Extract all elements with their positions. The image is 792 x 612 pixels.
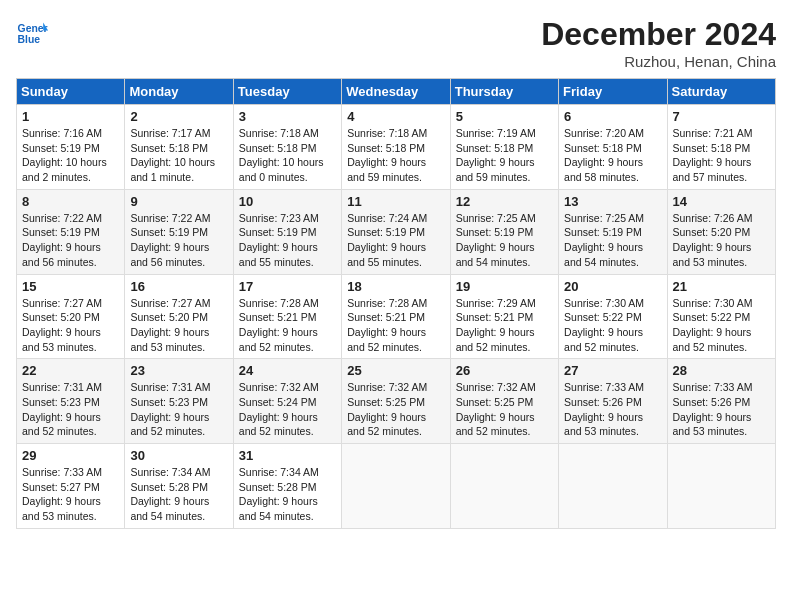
calendar-cell: 30 Sunrise: 7:34 AMSunset: 5:28 PMDaylig… <box>125 444 233 529</box>
day-number: 20 <box>564 279 661 294</box>
col-header-friday: Friday <box>559 79 667 105</box>
day-number: 4 <box>347 109 444 124</box>
logo-icon: General Blue <box>16 16 48 48</box>
month-title: December 2024 <box>541 16 776 53</box>
day-info: Sunrise: 7:31 AMSunset: 5:23 PMDaylight:… <box>22 380 119 439</box>
calendar-week-1: 1 Sunrise: 7:16 AMSunset: 5:19 PMDayligh… <box>17 105 776 190</box>
day-info: Sunrise: 7:33 AMSunset: 5:26 PMDaylight:… <box>673 380 770 439</box>
calendar-cell: 23 Sunrise: 7:31 AMSunset: 5:23 PMDaylig… <box>125 359 233 444</box>
calendar-cell: 12 Sunrise: 7:25 AMSunset: 5:19 PMDaylig… <box>450 189 558 274</box>
day-info: Sunrise: 7:30 AMSunset: 5:22 PMDaylight:… <box>564 296 661 355</box>
calendar-cell: 13 Sunrise: 7:25 AMSunset: 5:19 PMDaylig… <box>559 189 667 274</box>
day-info: Sunrise: 7:22 AMSunset: 5:19 PMDaylight:… <box>22 211 119 270</box>
day-number: 3 <box>239 109 336 124</box>
calendar-cell: 16 Sunrise: 7:27 AMSunset: 5:20 PMDaylig… <box>125 274 233 359</box>
title-block: December 2024 Ruzhou, Henan, China <box>541 16 776 70</box>
calendar-week-2: 8 Sunrise: 7:22 AMSunset: 5:19 PMDayligh… <box>17 189 776 274</box>
col-header-tuesday: Tuesday <box>233 79 341 105</box>
calendar-cell: 14 Sunrise: 7:26 AMSunset: 5:20 PMDaylig… <box>667 189 775 274</box>
calendar-cell: 8 Sunrise: 7:22 AMSunset: 5:19 PMDayligh… <box>17 189 125 274</box>
day-number: 10 <box>239 194 336 209</box>
day-info: Sunrise: 7:17 AMSunset: 5:18 PMDaylight:… <box>130 126 227 185</box>
day-info: Sunrise: 7:33 AMSunset: 5:27 PMDaylight:… <box>22 465 119 524</box>
day-number: 14 <box>673 194 770 209</box>
calendar-cell <box>559 444 667 529</box>
day-number: 12 <box>456 194 553 209</box>
day-info: Sunrise: 7:32 AMSunset: 5:24 PMDaylight:… <box>239 380 336 439</box>
day-number: 5 <box>456 109 553 124</box>
day-info: Sunrise: 7:27 AMSunset: 5:20 PMDaylight:… <box>130 296 227 355</box>
calendar-cell <box>450 444 558 529</box>
day-info: Sunrise: 7:18 AMSunset: 5:18 PMDaylight:… <box>239 126 336 185</box>
calendar-cell: 15 Sunrise: 7:27 AMSunset: 5:20 PMDaylig… <box>17 274 125 359</box>
day-number: 21 <box>673 279 770 294</box>
day-info: Sunrise: 7:16 AMSunset: 5:19 PMDaylight:… <box>22 126 119 185</box>
day-info: Sunrise: 7:19 AMSunset: 5:18 PMDaylight:… <box>456 126 553 185</box>
svg-text:Blue: Blue <box>18 34 41 45</box>
calendar-cell: 10 Sunrise: 7:23 AMSunset: 5:19 PMDaylig… <box>233 189 341 274</box>
calendar-header-row: SundayMondayTuesdayWednesdayThursdayFrid… <box>17 79 776 105</box>
day-number: 30 <box>130 448 227 463</box>
logo: General Blue <box>16 16 48 48</box>
calendar-cell: 25 Sunrise: 7:32 AMSunset: 5:25 PMDaylig… <box>342 359 450 444</box>
calendar-cell <box>342 444 450 529</box>
day-info: Sunrise: 7:28 AMSunset: 5:21 PMDaylight:… <box>347 296 444 355</box>
day-number: 9 <box>130 194 227 209</box>
day-number: 31 <box>239 448 336 463</box>
day-info: Sunrise: 7:34 AMSunset: 5:28 PMDaylight:… <box>130 465 227 524</box>
day-info: Sunrise: 7:22 AMSunset: 5:19 PMDaylight:… <box>130 211 227 270</box>
col-header-monday: Monday <box>125 79 233 105</box>
calendar-cell: 6 Sunrise: 7:20 AMSunset: 5:18 PMDayligh… <box>559 105 667 190</box>
day-info: Sunrise: 7:34 AMSunset: 5:28 PMDaylight:… <box>239 465 336 524</box>
day-number: 24 <box>239 363 336 378</box>
calendar-cell: 4 Sunrise: 7:18 AMSunset: 5:18 PMDayligh… <box>342 105 450 190</box>
day-number: 29 <box>22 448 119 463</box>
day-info: Sunrise: 7:29 AMSunset: 5:21 PMDaylight:… <box>456 296 553 355</box>
col-header-thursday: Thursday <box>450 79 558 105</box>
day-info: Sunrise: 7:32 AMSunset: 5:25 PMDaylight:… <box>347 380 444 439</box>
location: Ruzhou, Henan, China <box>541 53 776 70</box>
calendar-cell: 18 Sunrise: 7:28 AMSunset: 5:21 PMDaylig… <box>342 274 450 359</box>
day-info: Sunrise: 7:21 AMSunset: 5:18 PMDaylight:… <box>673 126 770 185</box>
calendar-cell: 24 Sunrise: 7:32 AMSunset: 5:24 PMDaylig… <box>233 359 341 444</box>
calendar-cell: 5 Sunrise: 7:19 AMSunset: 5:18 PMDayligh… <box>450 105 558 190</box>
day-number: 26 <box>456 363 553 378</box>
calendar-cell <box>667 444 775 529</box>
day-number: 6 <box>564 109 661 124</box>
calendar-cell: 29 Sunrise: 7:33 AMSunset: 5:27 PMDaylig… <box>17 444 125 529</box>
page-header: General Blue December 2024 Ruzhou, Henan… <box>16 16 776 70</box>
day-number: 1 <box>22 109 119 124</box>
day-number: 8 <box>22 194 119 209</box>
calendar-cell: 26 Sunrise: 7:32 AMSunset: 5:25 PMDaylig… <box>450 359 558 444</box>
calendar-cell: 22 Sunrise: 7:31 AMSunset: 5:23 PMDaylig… <box>17 359 125 444</box>
col-header-wednesday: Wednesday <box>342 79 450 105</box>
calendar-cell: 1 Sunrise: 7:16 AMSunset: 5:19 PMDayligh… <box>17 105 125 190</box>
day-info: Sunrise: 7:20 AMSunset: 5:18 PMDaylight:… <box>564 126 661 185</box>
day-info: Sunrise: 7:18 AMSunset: 5:18 PMDaylight:… <box>347 126 444 185</box>
day-info: Sunrise: 7:33 AMSunset: 5:26 PMDaylight:… <box>564 380 661 439</box>
day-info: Sunrise: 7:23 AMSunset: 5:19 PMDaylight:… <box>239 211 336 270</box>
calendar-table: SundayMondayTuesdayWednesdayThursdayFrid… <box>16 78 776 529</box>
calendar-week-4: 22 Sunrise: 7:31 AMSunset: 5:23 PMDaylig… <box>17 359 776 444</box>
day-number: 25 <box>347 363 444 378</box>
day-number: 11 <box>347 194 444 209</box>
day-info: Sunrise: 7:25 AMSunset: 5:19 PMDaylight:… <box>456 211 553 270</box>
day-info: Sunrise: 7:24 AMSunset: 5:19 PMDaylight:… <box>347 211 444 270</box>
calendar-cell: 28 Sunrise: 7:33 AMSunset: 5:26 PMDaylig… <box>667 359 775 444</box>
calendar-cell: 20 Sunrise: 7:30 AMSunset: 5:22 PMDaylig… <box>559 274 667 359</box>
calendar-cell: 11 Sunrise: 7:24 AMSunset: 5:19 PMDaylig… <box>342 189 450 274</box>
day-number: 19 <box>456 279 553 294</box>
calendar-cell: 7 Sunrise: 7:21 AMSunset: 5:18 PMDayligh… <box>667 105 775 190</box>
day-number: 17 <box>239 279 336 294</box>
day-number: 18 <box>347 279 444 294</box>
calendar-week-3: 15 Sunrise: 7:27 AMSunset: 5:20 PMDaylig… <box>17 274 776 359</box>
day-number: 7 <box>673 109 770 124</box>
day-info: Sunrise: 7:31 AMSunset: 5:23 PMDaylight:… <box>130 380 227 439</box>
day-info: Sunrise: 7:27 AMSunset: 5:20 PMDaylight:… <box>22 296 119 355</box>
day-info: Sunrise: 7:28 AMSunset: 5:21 PMDaylight:… <box>239 296 336 355</box>
day-info: Sunrise: 7:26 AMSunset: 5:20 PMDaylight:… <box>673 211 770 270</box>
day-number: 16 <box>130 279 227 294</box>
day-number: 13 <box>564 194 661 209</box>
calendar-week-5: 29 Sunrise: 7:33 AMSunset: 5:27 PMDaylig… <box>17 444 776 529</box>
day-number: 23 <box>130 363 227 378</box>
